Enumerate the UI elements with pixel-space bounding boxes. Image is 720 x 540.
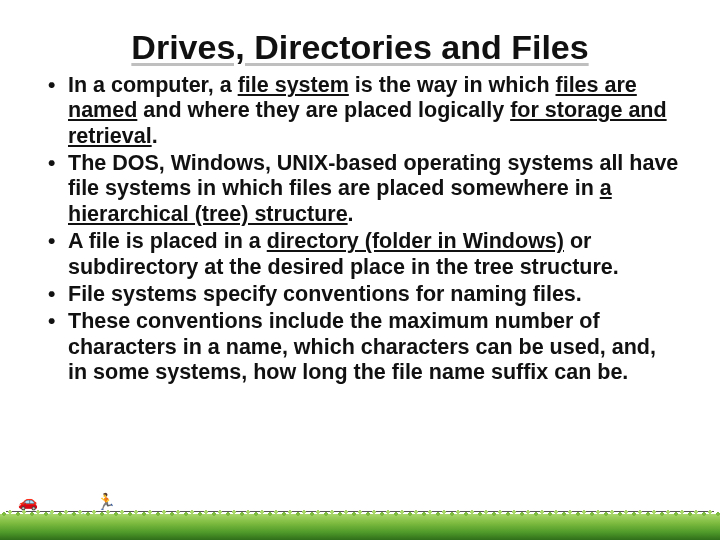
text: and where they are placed logically [137, 98, 510, 122]
bullet-item: In a computer, a file system is the way … [40, 73, 680, 149]
text: These conventions include the maximum nu… [68, 309, 656, 384]
slide-title: Drives, Directories and Files [0, 0, 720, 69]
footer-decoration: 🚗 🏃 🌲🌲🌲🌲🌲 [0, 496, 720, 540]
text: The DOS, Windows, UNIX-based operating s… [68, 151, 678, 200]
underline-text: file system [238, 73, 349, 97]
text: File systems specify conventions for nam… [68, 282, 582, 306]
text: . [152, 124, 158, 148]
underline-text: directory (folder in Windows) [267, 229, 564, 253]
bullet-item: These conventions include the maximum nu… [40, 309, 680, 385]
slide-body: In a computer, a file system is the way … [0, 69, 720, 385]
text: A file is placed in a [68, 229, 267, 253]
slide: Drives, Directories and Files In a compu… [0, 0, 720, 540]
bullet-item: File systems specify conventions for nam… [40, 282, 680, 307]
text: In a computer, a [68, 73, 238, 97]
bullet-list: In a computer, a file system is the way … [40, 73, 680, 385]
text: . [348, 202, 354, 226]
bullet-item: A file is placed in a directory (folder … [40, 229, 680, 280]
grass-strip [0, 514, 720, 540]
bullet-item: The DOS, Windows, UNIX-based operating s… [40, 151, 680, 227]
text: is the way in which [349, 73, 556, 97]
